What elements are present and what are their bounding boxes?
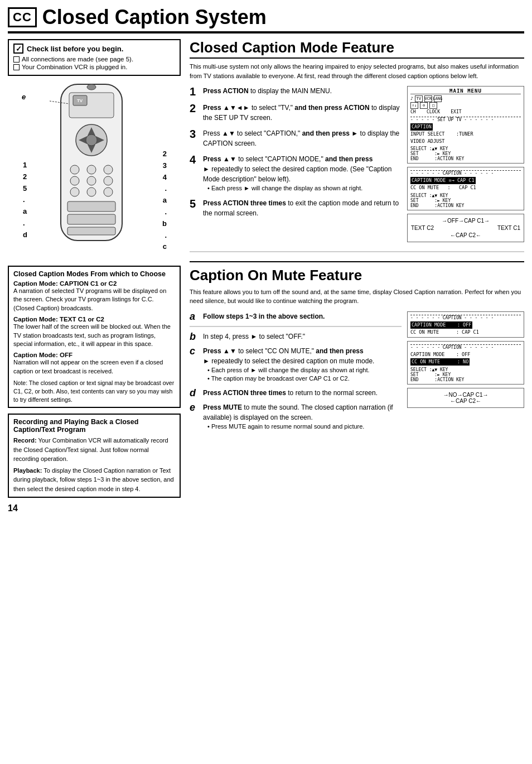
remote-labels-right: 234.a.b.c [162, 148, 167, 253]
checkbox-2 [13, 64, 20, 70]
svg-point-13 [70, 176, 79, 185]
mute-step-e-label: e [190, 402, 200, 412]
step-4: 4 Press ▲▼ to select "CAPTION MODE," and… [190, 154, 402, 193]
mute-step-a: a Follow steps 1~3 in the above section. [190, 311, 402, 321]
mute-step-d-label: d [190, 388, 200, 398]
svg-point-9 [86, 134, 97, 146]
mute-step-e: e Press MUTE to mute the sound. The clos… [190, 402, 402, 431]
mode-desc-text: The lower half of the screen will be blo… [13, 323, 175, 348]
steps-right: MAIN MENU ♪ TV VCR LANG ↑↓ ⊙ □ [407, 86, 524, 242]
page: CC Closed Caption System ✓ Check list be… [0, 0, 532, 764]
step-4-content: Press ▲▼ to select "CAPTION MODE," and t… [203, 154, 402, 193]
section-divider [190, 251, 524, 252]
remote-labels-left: 125.a.d [23, 160, 27, 241]
recording-section: Recording and Playing Back a Closed Capt… [8, 414, 181, 498]
check-icon: ✓ [13, 44, 23, 54]
mute-step-c: c Press ▲▼ to select "CC ON MUTE," and t… [190, 346, 402, 383]
step-3: 3 Press ▲▼ to select "CAPTION," and then… [190, 128, 402, 148]
mute-step-e-bullet: • Press MUTE again to resume normal soun… [207, 422, 402, 431]
caption-modes-section: Closed Caption Modes From which to Choos… [8, 266, 181, 408]
svg-point-10 [70, 165, 79, 174]
mute-step-e-content: Press MUTE to mute the sound. The closed… [203, 402, 402, 431]
svg-text:TV: TV [77, 98, 83, 103]
mute-feature-section: Caption On Mute Feature This feature all… [190, 261, 524, 435]
svg-rect-20 [67, 214, 115, 224]
svg-rect-19 [67, 201, 115, 212]
mute-screen-c: - - - - - - CAPTION - - - - - - CAPTION … [407, 341, 524, 385]
steps-left: 1 Press ACTION to display the MAIN MENU.… [190, 86, 402, 242]
right-column: Closed Caption Mode Feature This multi-u… [190, 39, 524, 513]
cc-mode-feature-title: Closed Caption Mode Feature [190, 39, 524, 59]
caption-mode-off: Caption Mode: OFF Narration will not app… [13, 352, 175, 376]
mute-feature-title: Caption On Mute Feature [190, 267, 524, 284]
mute-screen-b: - - - - - - CAPTION - - - - - - CAPTION … [407, 311, 524, 338]
page-title: Closed Caption System [42, 6, 267, 29]
step-4-bullet: • Each press ► will change the display a… [207, 184, 402, 193]
steps-area: 1 Press ACTION to display the MAIN MENU.… [190, 86, 524, 242]
mute-step-b-content: In step 4, press ► to select "OFF." [203, 331, 305, 342]
mute-feature-desc: This feature allows you to turn off the … [190, 287, 524, 306]
step-4-num: 4 [190, 154, 200, 165]
mode-desc-off: Narration will not appear on the screen … [13, 358, 175, 376]
step-3-num: 3 [190, 128, 200, 140]
main-layout: ✓ Check list before you begin. All conne… [8, 39, 524, 513]
step-5: 5 Press ACTION three times to exit the c… [190, 198, 402, 218]
caption-arrow-diagram: →OFF→CAP C1→ TEXT C2 TEXT C1 ←CAP C2← [407, 214, 524, 242]
mute-arrow-diagram: →NO→CAP C1→ ←CAP C2← [407, 388, 524, 408]
checklist-item-1: All connections are made (see page 5). [13, 56, 175, 63]
left-column: ✓ Check list before you begin. All conne… [8, 39, 181, 513]
remote-label-e: e [22, 93, 26, 101]
step-1-content: Press ACTION to display the MAIN MENU. [203, 86, 332, 96]
main-menu-screen: MAIN MENU ♪ TV VCR LANG ↑↓ ⊙ □ [407, 86, 524, 164]
cc-logo: CC [8, 7, 37, 27]
recording-playback: Playback: To display the Closed Caption … [13, 466, 175, 494]
svg-point-17 [87, 188, 96, 196]
mode-title-c1c2: Caption Mode: CAPTION C1 or C2 [13, 280, 175, 287]
caption-mode-c1c2: Caption Mode: CAPTION C1 or C2 A narrati… [13, 280, 175, 313]
mute-step-d: d Press ACTION three times to return to … [190, 388, 402, 398]
step-5-content: Press ACTION three times to exit the cap… [203, 198, 402, 218]
mode-title-off: Caption Mode: OFF [13, 352, 175, 358]
recording-record: Record: Your Combination VCR will automa… [13, 436, 175, 464]
svg-point-16 [70, 188, 79, 196]
mute-step-a-label: a [190, 311, 200, 321]
mute-step-d-content: Press ACTION three times to return to th… [203, 388, 378, 398]
caption-mode-text: Caption Mode: TEXT C1 or C2 The lower ha… [13, 316, 175, 348]
cc-mode-feature-desc: This multi-use system not only allows th… [190, 62, 524, 80]
cc-mode-feature-section: Closed Caption Mode Feature This multi-u… [190, 39, 524, 242]
step-5-num: 5 [190, 198, 200, 209]
mute-step-c-bullet-2: • The caption may be broadcast over CAP … [207, 374, 374, 383]
mute-step-c-content: Press ▲▼ to select "CC ON MUTE," and the… [203, 346, 374, 383]
step-1-num: 1 [190, 86, 200, 97]
mute-steps-left: a Follow steps 1~3 in the above section.… [190, 311, 402, 435]
step-3-content: Press ▲▼ to select "CAPTION," and then p… [203, 128, 402, 148]
mode-title-text: Caption Mode: TEXT C1 or C2 [13, 316, 175, 323]
mute-divider-1 [190, 326, 402, 327]
checklist-title: ✓ Check list before you begin. [13, 44, 175, 54]
step-1: 1 Press ACTION to display the MAIN MENU. [190, 86, 402, 97]
svg-point-12 [104, 165, 113, 174]
mode-desc-c1c2: A narration of selected TV programs will… [13, 287, 175, 313]
step-2-content: Press ▲▼◄► to select "TV," and then pres… [203, 103, 402, 123]
mute-step-a-content: Follow steps 1~3 in the above section. [203, 311, 325, 321]
mute-steps-right: - - - - - - CAPTION - - - - - - CAPTION … [407, 311, 524, 435]
remote-svg: TV [38, 81, 144, 249]
svg-point-22 [87, 84, 96, 90]
mute-steps-area: a Follow steps 1~3 in the above section.… [190, 311, 524, 435]
checklist-section: ✓ Check list before you begin. All conne… [8, 39, 181, 76]
svg-rect-21 [67, 227, 115, 235]
checkbox-1 [13, 56, 20, 63]
caption-modes-title: Closed Caption Modes From which to Choos… [13, 270, 175, 278]
svg-point-15 [104, 176, 113, 185]
page-number: 14 [8, 503, 181, 513]
svg-point-11 [87, 165, 96, 174]
checklist-item-2: Your Combination VCR is plugged in. [13, 64, 175, 70]
recording-title: Recording and Playing Back a Closed Capt… [13, 418, 175, 434]
svg-point-18 [104, 188, 113, 196]
page-header: CC Closed Caption System [8, 6, 524, 33]
step-2: 2 Press ▲▼◄► to select "TV," and then pr… [190, 103, 402, 123]
mute-step-c-bullet-1: • Each press of ► will change the displa… [207, 366, 374, 374]
remote-area: e 125.a.d 234.a.b.c [8, 81, 181, 260]
caption-mode-screen: - - - - - - CAPTION - - - - - - CAPTION … [407, 167, 524, 210]
mute-step-c-label: c [190, 346, 200, 356]
